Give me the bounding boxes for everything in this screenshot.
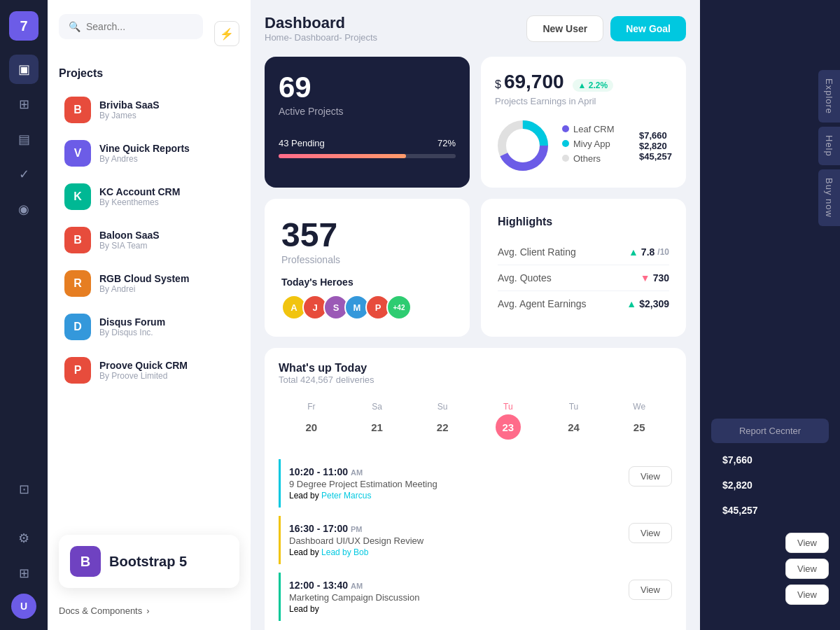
- project-icon: B: [64, 227, 91, 253]
- explore-tab[interactable]: Explore: [818, 70, 840, 122]
- day-name: Fr: [281, 402, 342, 412]
- earnings-value: 69,700: [504, 71, 564, 93]
- earnings-dollar: $: [495, 78, 501, 91]
- project-author: By James: [99, 111, 160, 120]
- legend-name: Mivy App: [573, 139, 610, 149]
- event-lead: Lead by Lead by Bob: [289, 547, 620, 557]
- calendar-section: What's up Today Total 424,567 deliveries…: [265, 348, 686, 630]
- new-user-button[interactable]: New User: [526, 15, 603, 42]
- day-number: 24: [561, 414, 587, 440]
- highlight-value: ▲ 7.8/10: [629, 246, 669, 258]
- legend-name: Others: [573, 153, 601, 164]
- user-avatar[interactable]: U: [11, 594, 36, 619]
- events-container: 10:20 - 11:00 AM 9 Degree Project Estima…: [279, 459, 672, 621]
- project-info: Baloon SaaS By SIA Team: [99, 230, 160, 251]
- sidebar-icon-layers[interactable]: ◉: [9, 195, 38, 224]
- day-number: 20: [299, 414, 324, 440]
- event-lead: Lead by: [289, 604, 620, 614]
- breadcrumb: Home- Dashboard- Projects: [265, 32, 377, 43]
- filter-button[interactable]: ⚡: [214, 21, 239, 46]
- project-name: Disqus Forum: [99, 316, 165, 328]
- earnings-val-1: $7,660: [711, 449, 829, 471]
- event-view-button[interactable]: View: [629, 466, 672, 486]
- sidebar-icon-dashboard[interactable]: ▣: [9, 55, 38, 84]
- whatsup-subtitle: Total 424,567 deliveries: [279, 374, 672, 385]
- event-details: 10:20 - 11:00 AM 9 Degree Project Estima…: [289, 466, 620, 500]
- project-item[interactable]: D Disqus Forum By Disqus Inc.: [59, 307, 239, 347]
- project-info: Vine Quick Reports By Andres: [99, 143, 190, 164]
- new-goal-button[interactable]: New Goal: [610, 16, 686, 41]
- project-item[interactable]: R RGB Cloud System By Andrei: [59, 263, 239, 304]
- earnings-label: Projects Earnings in April: [495, 96, 672, 106]
- earnings-legend: Leaf CRMMivy AppOthers: [562, 124, 615, 168]
- legend-value: $2,820: [639, 141, 672, 151]
- pending-percent: 72%: [438, 138, 456, 148]
- event-name: Marketing Campaign Discussion: [289, 592, 620, 603]
- project-item[interactable]: K KC Account CRM By Keenthemes: [59, 176, 239, 217]
- sidebar-icon-check[interactable]: ✓: [9, 160, 38, 189]
- legend-dot: [562, 140, 569, 147]
- view-button-right2[interactable]: View: [785, 559, 829, 579]
- project-info: Briviba SaaS By James: [99, 99, 160, 120]
- report-center-button[interactable]: Report Cecnter: [711, 419, 829, 443]
- event-item: 10:20 - 11:00 AM 9 Degree Project Estima…: [279, 459, 672, 507]
- highlights-title: Highlights: [498, 216, 669, 228]
- event-view-button[interactable]: View: [629, 523, 672, 543]
- event-item: 12:00 - 13:40 AM Marketing Campaign Disc…: [279, 573, 672, 621]
- view-button-right[interactable]: View: [785, 533, 829, 553]
- view-button-right3[interactable]: View: [785, 584, 829, 605]
- day-item[interactable]: Fr 20: [279, 396, 344, 445]
- main-header: Dashboard Home- Dashboard- Projects New …: [265, 14, 686, 43]
- project-item[interactable]: B Baloon SaaS By SIA Team: [59, 220, 239, 260]
- event-details: 16:30 - 17:00 PM Dashboard UI/UX Design …: [289, 523, 620, 557]
- day-item[interactable]: Tu 23: [475, 396, 541, 445]
- legend-dot: [562, 155, 569, 162]
- highlight-row: Avg. Agent Earnings ▲ $2,309: [498, 291, 669, 316]
- project-item[interactable]: B Briviba SaaS By James: [59, 90, 239, 130]
- projects-title: Projects: [59, 67, 239, 80]
- day-item[interactable]: We 25: [606, 396, 672, 445]
- day-name: Tu: [544, 402, 604, 412]
- donut-chart: [495, 118, 551, 174]
- sidebar-icon-settings[interactable]: ⚙: [9, 524, 38, 553]
- app-avatar[interactable]: 7: [9, 11, 38, 41]
- docs-link[interactable]: Docs & Components ›: [59, 606, 150, 616]
- help-tab[interactable]: Help: [818, 127, 840, 165]
- professionals-card: 357 Professionals Today's Heroes AJSMP+4…: [265, 199, 470, 337]
- highlight-label: Avg. Client Rating: [498, 246, 576, 258]
- legend-dot: [562, 125, 569, 132]
- day-number: 25: [626, 414, 652, 440]
- event-lead-link[interactable]: Peter Marcus: [321, 491, 371, 500]
- day-item[interactable]: Sa 21: [344, 396, 410, 445]
- event-name: 9 Degree Project Estimation Meeting: [289, 479, 620, 489]
- event-time: 12:00 - 13:40 AM: [289, 580, 620, 591]
- sidebar-left: 7 ▣ ⊞ ▤ ✓ ◉ ⊡ ⚙ ⊞ U: [0, 0, 48, 630]
- day-name: Tu: [478, 402, 538, 412]
- project-name: Proove Quick CRM: [99, 360, 188, 371]
- project-item[interactable]: P Proove Quick CRM By Proove Limited: [59, 350, 239, 391]
- project-author: By Andrei: [99, 284, 189, 294]
- project-author: By Proove Limited: [99, 371, 188, 381]
- sidebar-icon-chart[interactable]: ▤: [9, 125, 38, 154]
- sidebar-icon-grid2[interactable]: ⊞: [9, 559, 38, 588]
- event-ampm: AM: [351, 582, 363, 590]
- buy-now-tab[interactable]: Buy now: [818, 169, 840, 226]
- day-item[interactable]: Su 22: [410, 396, 475, 445]
- day-number: 23: [496, 414, 521, 440]
- highlight-label: Avg. Agent Earnings: [498, 298, 587, 309]
- legend-value: $7,660: [639, 130, 672, 141]
- sidebar-icon-grid[interactable]: ⊞: [9, 90, 38, 119]
- filter-icon: ⚡: [220, 27, 234, 41]
- day-item[interactable]: Tu 24: [541, 396, 607, 445]
- pending-label: 43 Pending: [279, 138, 325, 148]
- project-icon: P: [64, 357, 91, 384]
- event-lead-link[interactable]: Lead by Bob: [321, 547, 368, 557]
- active-projects-label: Active Projects: [279, 106, 456, 117]
- event-view-button[interactable]: View: [629, 580, 672, 600]
- earnings-badge: ▲ 2.2%: [573, 79, 614, 92]
- bootstrap-banner: B Bootstrap 5: [59, 535, 239, 588]
- project-author: By Keenthemes: [99, 197, 180, 207]
- search-input[interactable]: [86, 21, 193, 32]
- project-item[interactable]: V Vine Quick Reports By Andres: [59, 133, 239, 174]
- sidebar-icon-box[interactable]: ⊡: [9, 475, 38, 504]
